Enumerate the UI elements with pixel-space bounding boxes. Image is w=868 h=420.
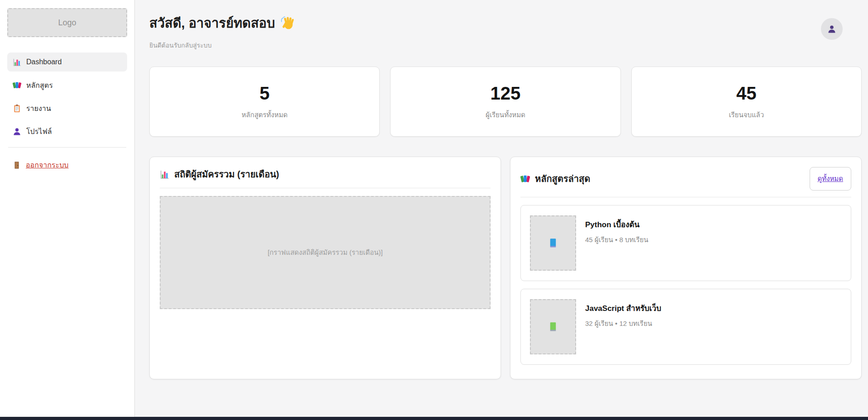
page-title: สวัสดี, อาจารย์ทดสอบ [149, 13, 295, 33]
chart-panel-title-text: สถิติผู้สมัครรวม (รายเดือน) [174, 167, 279, 181]
stat-value: 5 [260, 83, 270, 104]
green-book-icon [548, 321, 558, 332]
stat-total-learners: 125 ผู้เรียนทั้งหมด [390, 67, 620, 137]
course-card-javascript[interactable]: JavaScript สำหรับเว็บ 32 ผู้เรียน • 12 บ… [520, 289, 851, 365]
person-icon [827, 24, 836, 33]
greeting-block: สวัสดี, อาจารย์ทดสอบ [149, 13, 295, 50]
stats-row: 5 หลักสูตรทั้งหมด 125 ผู้เรียนทั้งหมด 45… [149, 67, 862, 137]
course-title: JavaScript สำหรับเว็บ [585, 302, 661, 314]
enrollment-chart-panel: สถิติผู้สมัครรวม (รายเดือน) [กราฟแสดงสถิ… [149, 157, 501, 379]
stat-label: ผู้เรียนทั้งหมด [486, 110, 525, 120]
sidebar-nav: Dashboard หลักสูตร [7, 52, 127, 141]
course-thumbnail [530, 215, 576, 271]
page-header: สวัสดี, อาจารย์ทดสอบ [149, 13, 862, 50]
greeting-text: สวัสดี, อาจารย์ทดสอบ [149, 13, 275, 33]
courses-panel-title: หลักสูตรล่าสุด [520, 172, 590, 186]
page-subtitle: ยินดีต้อนรับกลับสู่ระบบ [149, 40, 295, 50]
stat-completed: 45 เรียนจบแล้ว [631, 67, 862, 137]
blue-book-icon [548, 238, 558, 248]
bar-chart-icon [13, 58, 21, 67]
course-meta: 45 ผู้เรียน • 8 บทเรียน [585, 234, 649, 245]
courses-panel-header: หลักสูตรล่าสุด ดูทั้งหมด [520, 167, 851, 197]
books-icon [520, 174, 530, 184]
course-title: Python เบื้องต้น [585, 218, 649, 230]
stat-value: 125 [491, 83, 521, 104]
books-icon [13, 81, 21, 90]
stat-value: 45 [736, 83, 757, 104]
course-card-python[interactable]: Python เบื้องต้น 45 ผู้เรียน • 8 บทเรียน [520, 205, 851, 281]
sidebar-item-reports[interactable]: รายงาน [7, 99, 127, 118]
footer-bar [0, 417, 868, 420]
course-info: Python เบื้องต้น 45 ผู้เรียน • 8 บทเรียน [585, 215, 649, 271]
person-icon [13, 127, 21, 136]
course-info: JavaScript สำหรับเว็บ 32 ผู้เรียน • 12 บ… [585, 299, 661, 354]
course-thumbnail [530, 299, 576, 354]
stat-label: เรียนจบแล้ว [729, 110, 764, 120]
logo-text: Logo [58, 18, 76, 28]
sidebar-item-label: หลักสูตร [26, 80, 53, 91]
chart-panel-title: สถิติผู้สมัครรวม (รายเดือน) [160, 167, 279, 181]
sidebar-item-profile[interactable]: โปรไฟล์ [7, 122, 127, 141]
stat-total-courses: 5 หลักสูตรทั้งหมด [149, 67, 380, 137]
sidebar-item-label: Dashboard [26, 58, 62, 66]
avatar[interactable] [821, 18, 843, 40]
sidebar-item-dashboard[interactable]: Dashboard [7, 52, 127, 72]
sidebar: Logo Dashboard [0, 0, 135, 417]
chart-placeholder-text: [กราฟแสดงสถิติผู้สมัครรวม (รายเดือน)] [267, 247, 382, 258]
course-meta: 32 ผู้เรียน • 12 บทเรียน [585, 318, 661, 329]
logo-placeholder: Logo [7, 8, 127, 37]
bar-chart-icon [160, 170, 169, 179]
stat-label: หลักสูตรทั้งหมด [242, 110, 288, 120]
view-all-button[interactable]: ดูทั้งหมด [810, 167, 851, 191]
chart-panel-header: สถิติผู้สมัครรวม (รายเดือน) [160, 167, 491, 188]
main-content: สวัสดี, อาจารย์ทดสอบ [135, 0, 868, 417]
waving-hand-icon [281, 16, 295, 30]
sidebar-item-courses[interactable]: หลักสูตร [7, 76, 127, 95]
chart-placeholder: [กราฟแสดงสถิติผู้สมัครรวม (รายเดือน)] [160, 196, 491, 309]
clipboard-icon [13, 104, 21, 113]
door-icon [13, 161, 21, 169]
latest-courses-panel: หลักสูตรล่าสุด ดูทั้งหมด [510, 157, 862, 379]
sidebar-divider [8, 147, 126, 148]
app-window: Logo Dashboard [0, 0, 868, 417]
sidebar-item-label: โปรไฟล์ [26, 126, 52, 137]
panels-row: สถิติผู้สมัครรวม (รายเดือน) [กราฟแสดงสถิ… [149, 157, 862, 379]
logout-label: ออกจากระบบ [26, 159, 68, 171]
courses-panel-title-text: หลักสูตรล่าสุด [535, 172, 590, 186]
sidebar-item-label: รายงาน [26, 103, 51, 114]
logout-link[interactable]: ออกจากระบบ [7, 159, 127, 171]
